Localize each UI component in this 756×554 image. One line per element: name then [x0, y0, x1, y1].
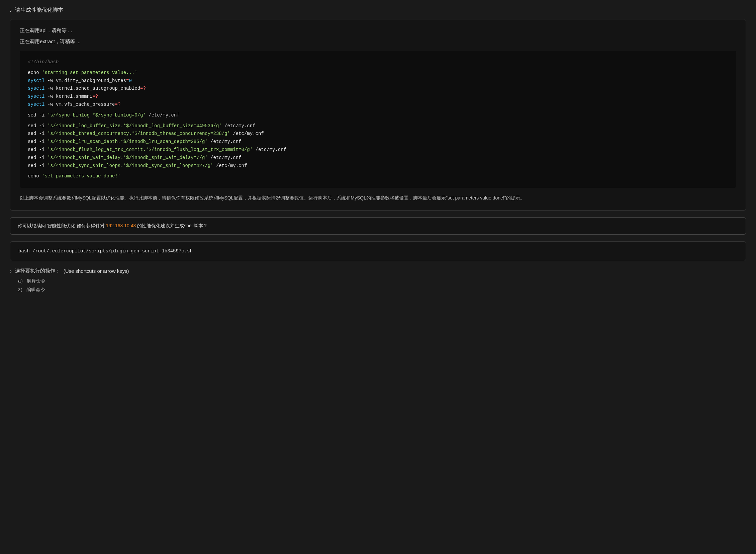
suggestion-box[interactable]: 你可以继续问 智能性能优化 如何获得针对 192.168.10.43 的性能优化… — [10, 217, 746, 235]
sysctl-shmmni-line: sysctl -w kernel.shmmni=? — [28, 93, 728, 101]
sed-innodb-spin-wait-line: sed -i 's/^innodb_spin_wait_delay.*$/inn… — [28, 154, 728, 162]
sysctl-sched-line: sysctl -w kernel.sched_autogroup_enabled… — [28, 85, 728, 93]
action-item-explain[interactable]: a） 解释命令 — [18, 278, 746, 284]
status-extract: 正在调用extract，请稍等 ... — [20, 39, 736, 45]
action-item-z-label: 编辑命令 — [26, 287, 45, 292]
sed-innodb-lru-line: sed -i 's/^innodb_lru_scan_depth.*$/inno… — [28, 138, 728, 146]
suggestion-ip: 192.168.10.43 — [106, 223, 136, 228]
action-item-a-key: a） — [18, 278, 25, 283]
code-block: #!/bin/bash echo 'starting set parameter… — [20, 51, 736, 188]
shebang-line: #!/bin/bash — [28, 58, 728, 66]
action-item-edit[interactable]: z） 编辑命令 — [18, 287, 746, 293]
action-chevron-icon: › — [10, 269, 12, 274]
action-item-a-label: 解释命令 — [27, 278, 46, 283]
main-response-box: 正在调用api，请稍等 ... 正在调用extract，请稍等 ... #!/b… — [10, 19, 746, 211]
sysctl-vfs-line: sysctl -w vm.vfs_cache_pressure=? — [28, 101, 728, 109]
sed-sync-binlog-line: sed -i 's/^sync_binlog.*$/sync_binlog=0/… — [28, 111, 728, 119]
echo-start-line: echo 'starting set parameters value...' — [28, 69, 728, 77]
action-header: › 选择要执行的操作： (Use shortcuts or arrow keys… — [10, 268, 746, 274]
action-item-z-key: z） — [18, 287, 25, 292]
command-box: bash /root/.eulercopilot/scripts/plugin_… — [10, 241, 746, 261]
chevron-icon: › — [10, 8, 12, 13]
sed-innodb-log-buffer-line: sed -i 's/^innodb_log_buffer_size.*$/inn… — [28, 122, 728, 130]
suggestion-prefix: 你可以继续问 智能性能优化 如何获得针对 — [18, 223, 105, 228]
sed-innodb-sync-spin-line: sed -i 's/^innodb_sync_spin_loops.*$/inn… — [28, 162, 728, 170]
suggestion-suffix: 的性能优化建议并生成shell脚本？ — [137, 223, 208, 228]
sed-innodb-flush-line: sed -i 's/^innodb_flush_log_at_trx_commi… — [28, 146, 728, 154]
action-items-list: a） 解释命令 z） 编辑命令 — [18, 278, 746, 293]
sed-innodb-thread-line: sed -i 's/^innodb_thread_concurrency.*$/… — [28, 130, 728, 138]
sysctl-dirty-line: sysctl -w vm.dirty_background_bytes=0 — [28, 77, 728, 85]
command-text: bash /root/.eulercopilot/scripts/plugin_… — [18, 248, 193, 254]
action-section: › 选择要执行的操作： (Use shortcuts or arrow keys… — [10, 268, 746, 293]
page-container: › 请生成性能优化脚本 正在调用api，请稍等 ... 正在调用extract，… — [0, 0, 756, 554]
status-api: 正在调用api，请稍等 ... — [20, 27, 736, 34]
section-header: › 请生成性能优化脚本 — [10, 7, 746, 14]
action-header-label: 选择要执行的操作： — [15, 268, 60, 274]
echo-done-line: echo 'set parameters value done!' — [28, 172, 728, 180]
description-text: 以上脚本会调整系统参数和MySQL配置以优化性能。执行此脚本前，请确保你有权限修… — [20, 194, 736, 202]
section-title: 请生成性能优化脚本 — [15, 7, 63, 14]
action-shortcut-hint: (Use shortcuts or arrow keys) — [64, 268, 129, 274]
